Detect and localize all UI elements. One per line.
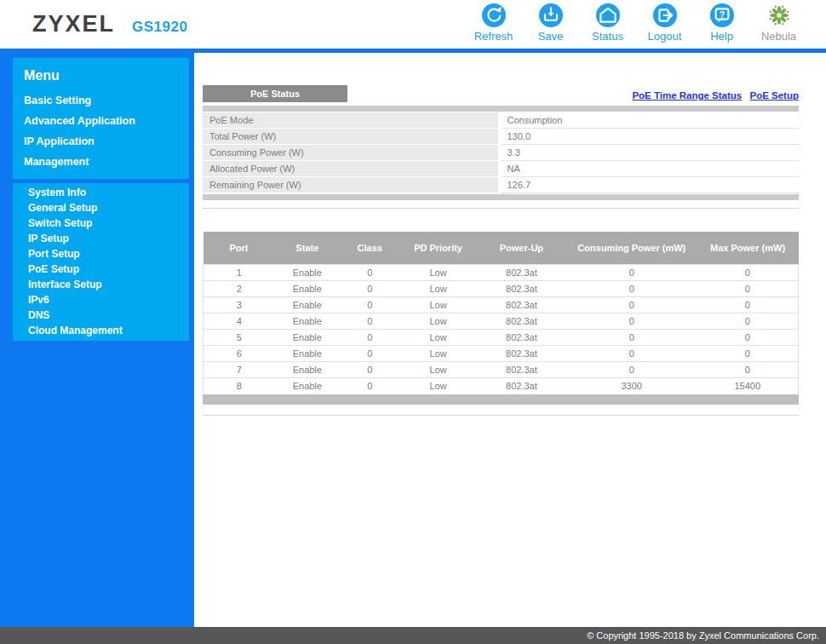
- page: ZYXEL GS1920 RefreshSaveStatusLogout?Hel…: [0, 0, 826, 644]
- port-cell: Enable: [274, 361, 340, 377]
- brand-area: ZYXEL GS1920: [32, 11, 187, 37]
- summary-value: Consumption: [501, 112, 800, 129]
- sidebar-item-advanced-application[interactable]: Advanced Application: [24, 111, 189, 131]
- summary-bottom-cap: [203, 194, 799, 200]
- port-cell: 0: [566, 329, 697, 345]
- port-row: 1Enable0Low802.3at00: [204, 264, 799, 280]
- footer: © Copyright 1995-2018 by Zyxel Communica…: [0, 627, 826, 644]
- sidebar-item-basic-setting[interactable]: Basic Setting: [24, 90, 189, 111]
- toolbar-help-button[interactable]: ?Help: [693, 3, 750, 43]
- svg-text:?: ?: [719, 9, 724, 20]
- link-poe-setup[interactable]: PoE Setup: [749, 90, 799, 101]
- port-cell: Low: [399, 329, 477, 345]
- toolbar-status-button[interactable]: Status: [579, 3, 636, 43]
- sidebar-main-panel: Menu Basic SettingAdvanced ApplicationIP…: [13, 58, 189, 179]
- port-cell: Low: [399, 377, 477, 394]
- sidebar-item-system-info[interactable]: System Info: [13, 185, 189, 200]
- port-cell: 0: [566, 296, 697, 313]
- summary-value: 3.3: [501, 145, 800, 161]
- port-cell: 5: [204, 329, 275, 345]
- port-cell: 0: [340, 329, 399, 345]
- port-cell: 4: [204, 313, 275, 329]
- port-cell: 0: [697, 329, 799, 345]
- toolbar-save-button[interactable]: Save: [522, 3, 579, 43]
- port-cell: 802.3at: [477, 377, 566, 394]
- toolbar-nebula-button[interactable]: Nebula: [750, 3, 807, 43]
- toolbar-label: Save: [538, 30, 564, 43]
- port-cell: Enable: [274, 329, 340, 345]
- sidebar-item-port-setup[interactable]: Port Setup: [13, 246, 189, 262]
- toolbar-logout-button[interactable]: Logout: [636, 3, 693, 43]
- port-cell: 802.3at: [477, 313, 566, 329]
- summary-value: 130.0: [501, 129, 800, 145]
- port-cell: 2: [204, 280, 275, 296]
- summary-label: Allocated Power (W): [203, 161, 498, 177]
- port-cell: 0: [566, 313, 697, 329]
- port-cell: Low: [399, 264, 477, 280]
- page-links: PoE Time Range Status PoE Setup: [627, 90, 799, 102]
- sidebar-item-interface-setup[interactable]: Interface Setup: [13, 277, 189, 292]
- header-toolbar: RefreshSaveStatusLogout?HelpNebula: [465, 3, 807, 43]
- summary-row: PoE ModeConsumption: [203, 112, 799, 129]
- sidebar-item-ipv6[interactable]: IPv6: [13, 292, 189, 308]
- summary-label: PoE Mode: [203, 112, 498, 129]
- port-row: 3Enable0Low802.3at00: [204, 296, 799, 313]
- logout-icon: [653, 3, 677, 27]
- summary-row: Remaining Power (W)126.7: [203, 177, 799, 193]
- section-divider: [203, 415, 799, 417]
- toolbar-refresh-button[interactable]: Refresh: [465, 3, 522, 43]
- tab-row: PoE Status PoE Time Range Status PoE Set…: [203, 85, 799, 102]
- port-cell: Enable: [274, 313, 340, 329]
- port-cell: 0: [340, 264, 399, 280]
- port-cell: 802.3at: [477, 329, 566, 345]
- port-cell: 6: [204, 345, 275, 361]
- port-cell: 0: [697, 313, 799, 329]
- port-row: 8Enable0Low802.3at330015400: [204, 377, 799, 394]
- port-row: 6Enable0Low802.3at00: [204, 345, 799, 361]
- port-col-header: Consuming Power (mW): [566, 232, 697, 264]
- refresh-icon: [482, 3, 506, 27]
- port-col-header: Power-Up: [477, 232, 566, 264]
- toolbar-label: Nebula: [761, 30, 796, 43]
- menu-title: Menu: [24, 68, 189, 83]
- tab-poe-status[interactable]: PoE Status: [203, 85, 347, 102]
- port-cell: 0: [697, 264, 799, 280]
- port-cell: 8: [204, 377, 275, 394]
- port-row: 5Enable0Low802.3at00: [204, 329, 799, 345]
- port-cell: 802.3at: [477, 361, 566, 377]
- port-cell: 0: [340, 296, 399, 313]
- summary-label: Remaining Power (W): [203, 177, 498, 193]
- port-cell: 0: [697, 361, 799, 377]
- port-cell: Low: [399, 361, 477, 377]
- port-cell: Enable: [274, 296, 340, 313]
- port-cell: Low: [399, 296, 477, 313]
- port-cell: 0: [340, 313, 399, 329]
- port-row: 7Enable0Low802.3at00: [204, 361, 799, 377]
- port-col-header: State: [274, 232, 340, 264]
- sidebar-item-general-setup[interactable]: General Setup: [13, 200, 189, 216]
- link-poe-time-range-status[interactable]: PoE Time Range Status: [632, 90, 742, 101]
- port-col-header: Port: [204, 232, 275, 264]
- sidebar-item-dns[interactable]: DNS: [13, 308, 189, 323]
- summary-row: Total Power (W)130.0: [203, 129, 799, 145]
- port-cell: 0: [566, 264, 697, 280]
- nebula-icon: [767, 3, 791, 27]
- port-cell: Low: [399, 280, 477, 296]
- port-table-bottom-cap: [203, 394, 799, 405]
- zyxel-logo: ZYXEL: [32, 11, 115, 37]
- toolbar-label: Refresh: [474, 30, 513, 43]
- app-header: ZYXEL GS1920 RefreshSaveStatusLogout?Hel…: [0, 0, 826, 49]
- toolbar-label: Status: [592, 30, 623, 43]
- sidebar: Menu Basic SettingAdvanced ApplicationIP…: [0, 53, 194, 627]
- port-cell: 3300: [566, 377, 697, 394]
- sidebar-item-management[interactable]: Management: [24, 152, 189, 172]
- sidebar-item-poe-setup[interactable]: PoE Setup: [13, 262, 189, 277]
- sidebar-item-ip-setup[interactable]: IP Setup: [13, 231, 189, 246]
- sidebar-item-ip-application[interactable]: IP Application: [24, 131, 189, 152]
- port-cell: 802.3at: [477, 264, 566, 280]
- summary-value: NA: [501, 161, 800, 177]
- sidebar-item-cloud-management[interactable]: Cloud Management: [13, 323, 189, 338]
- summary-top-cap: [203, 106, 799, 112]
- port-cell: 0: [697, 296, 799, 313]
- sidebar-item-switch-setup[interactable]: Switch Setup: [13, 216, 189, 231]
